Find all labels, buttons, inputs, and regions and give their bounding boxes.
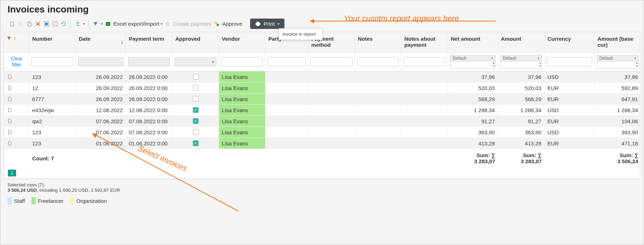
col-date[interactable]: Date [76,32,126,52]
cell-vendor: Lisa Evans [219,105,265,115]
filter-notes[interactable] [357,57,399,66]
cell-vendor: Lisa Evans [219,127,265,138]
col-amount-base[interactable]: Amount (base cur) [595,32,641,52]
row-edit-icon[interactable] [4,94,29,104]
table-row[interactable]: 1226.09.202226.09.2022 0:00Lisa Evans520… [4,82,640,94]
cell-base: 363,90 [595,127,641,138]
cell-cur: EUR [545,138,595,149]
cell-term: 01.06.2022 0:00 [126,138,172,149]
excel-icon[interactable]: X [105,21,111,27]
info-icon: i [165,21,171,27]
row-edit-icon[interactable] [4,127,29,138]
base-sum: Sum: ∑3 506,24 [595,149,641,168]
col-number[interactable]: Number [29,32,76,52]
print-menu-item[interactable]: Invoice in report [279,28,323,40]
cell-number: 12 [29,82,76,93]
copy-icon[interactable] [18,21,24,27]
svg-rect-4 [53,22,57,26]
cell-approved[interactable] [172,94,219,104]
delete-icon[interactable] [35,21,41,27]
cell-notes-payment [401,138,448,149]
cell-approved[interactable]: ✓ [172,116,219,126]
filter-icon[interactable] [92,21,99,27]
col-notes[interactable]: Notes [355,32,401,52]
clear-filter-button[interactable]: Clear filter [6,56,27,68]
table-row[interactable]: qw207.06.202207.06.2022 0:00✓Lisa Evans9… [4,116,640,127]
row-edit-icon[interactable] [4,82,29,93]
cell-base: 471,18 [595,138,641,149]
filter-column-icon[interactable] [6,36,11,42]
filter-currency[interactable] [547,57,592,66]
page-current[interactable]: 1 [8,170,16,176]
cell-approved[interactable] [172,82,219,93]
cell-vendor: Lisa Evans [219,138,265,149]
filter-payment-method[interactable] [311,57,352,66]
cell-base: 647,91 [595,94,641,104]
cell-pay-method [308,138,355,149]
filter-amount-base[interactable]: Default [597,55,639,69]
approve-button[interactable]: Approve [222,21,242,27]
svg-text:i: i [168,22,169,25]
cell-cur: EUR [545,116,595,126]
legend-staff: Staff [14,198,25,204]
cell-net: 520,03 [448,82,498,93]
approve-icon[interactable] [214,21,220,27]
swatch-org [70,197,74,204]
caret-down-icon[interactable]: ▾ [83,22,85,26]
svg-text:X: X [107,22,109,25]
cell-date: 26.09.2022 [76,71,126,82]
filter-notes-payment[interactable] [404,57,445,66]
cell-pay-method [308,94,355,104]
col-approved[interactable]: Approved [172,32,219,52]
table-row[interactable]: 12307.06.202207.06.2022 0:00Lisa Evans36… [4,127,640,138]
cell-number: e432eqw [29,105,76,115]
status-block: Selected rows (7): 3 506,24 USD, includi… [4,179,640,194]
col-vendor[interactable]: Vendor [219,32,265,52]
col-payment-term[interactable]: Payment term [126,32,172,52]
caret-down-icon[interactable]: ▾ [101,22,103,26]
cell-term: 12.08.2022 0:00 [126,105,172,115]
cell-approved[interactable]: ✓ [172,105,219,115]
cell-approved[interactable]: ✓ [172,138,219,149]
filter-amount[interactable]: Default [500,55,542,69]
cell-approved[interactable] [172,71,219,82]
refresh-icon[interactable] [60,21,67,27]
row-edit-icon[interactable] [4,71,29,82]
filter-net-amount[interactable]: Default [450,55,496,69]
cell-number: qw2 [29,116,76,126]
filter-number[interactable] [31,57,73,66]
cell-approved[interactable] [172,127,219,138]
filter-payment-term[interactable] [128,57,170,66]
net-sum: Sum: ∑3 283,07 [448,149,498,168]
filter-vendor[interactable] [221,57,263,66]
filter-date[interactable] [78,57,123,66]
cell-vendor: Lisa Evans [219,94,265,104]
count-label: Count: 7 [29,149,76,168]
col-amount[interactable]: Amount [498,32,545,52]
cell-cur: EUR [545,94,595,104]
cell-party [265,138,308,149]
row-edit-icon[interactable] [4,116,29,126]
col-notes-payment[interactable]: Notes about payment [401,32,448,52]
select-all-icon[interactable] [43,21,50,27]
col-currency[interactable]: Currency [545,32,595,52]
deselect-icon[interactable] [52,21,58,27]
row-edit-icon[interactable] [4,138,29,149]
table-row[interactable]: e432eqw12.08.202212.08.2022 0:00✓Lisa Ev… [4,105,640,116]
table-row[interactable]: 677726.09.202226.09.2022 0:00Lisa Evans5… [4,94,640,105]
cell-notes-payment [401,105,448,115]
filter-approved[interactable] [175,57,216,66]
excel-export-button[interactable]: Excel export/import ▾ [113,21,162,27]
edit-icon[interactable] [26,21,33,27]
table-row[interactable]: 12301.06.202201.06.2022 0:00✓Lisa Evans4… [4,138,640,149]
filter-party[interactable] [268,57,306,66]
row-edit-icon[interactable] [4,105,29,115]
settings-column-icon[interactable] [13,36,18,42]
cell-party [265,82,308,93]
export-icon[interactable] [74,21,81,27]
table-row[interactable]: 12326.09.202226.09.2022 0:00Lisa Evans37… [4,71,640,82]
print-button[interactable]: Print ▾ [250,19,284,29]
col-net-amount[interactable]: Net amount [448,32,498,52]
new-icon[interactable] [9,21,15,27]
cell-notes [355,82,401,93]
